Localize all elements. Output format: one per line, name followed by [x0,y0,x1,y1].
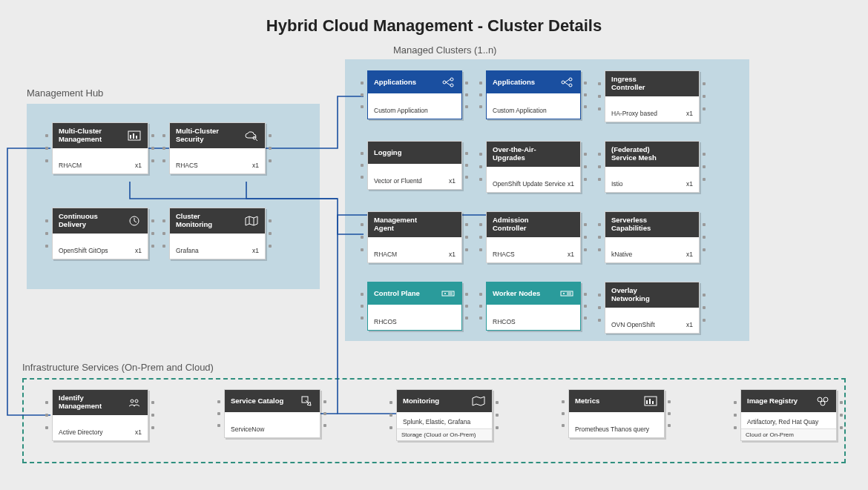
card-applications-1[interactable]: Applications Custom Application [367,70,462,119]
zone-label-infra: Infrastructure Services (On-Prem and Clo… [22,362,214,373]
svg-rect-33 [652,401,654,404]
card-serverless[interactable]: Serverless Capabilities kNative x1 [605,211,700,263]
svg-point-20 [444,293,446,294]
card-subtitle: OVN OpenShift [611,321,655,328]
card-title: (Federated) Service Mesh [611,146,671,162]
svg-point-28 [135,400,138,403]
dashboard-icon [643,395,658,407]
card-count: x1 [449,251,456,258]
card-title: Metrics [575,397,599,405]
svg-point-27 [131,400,134,403]
card-title: Control Plane [374,290,420,298]
card-image-registry[interactable]: Image Registry Artifactory, Red Hat Quay… [740,389,837,441]
card-subtitle: Custom Application [374,107,428,114]
card-subtitle: Active Directory [59,428,103,436]
card-title: Service Catalog [231,397,283,405]
card-footer: Cloud or On-Prem [741,428,836,440]
card-title: Management Agent [374,216,433,233]
card-subtitle: OpenShift Update Service [493,180,565,188]
card-subtitle: ServiceNow [231,426,264,433]
card-multi-cluster-security[interactable]: Multi-Cluster Security RHACS x1 [169,122,266,174]
card-subtitle: Vector or Fluentd [374,177,422,185]
card-title: Multi-Cluster Management [59,128,118,144]
card-ota-upgrades[interactable]: Over-the-Air-Upgrades OpenShift Update S… [486,141,581,193]
svg-line-12 [446,79,450,82]
zone-label-managed: Managed Clusters (1..n) [393,44,496,56]
svg-line-13 [446,82,450,85]
card-count: x1 [449,177,456,185]
registry-icon [815,395,830,407]
card-count: x1 [686,251,693,258]
card-subtitle: RHCOS [493,318,516,325]
svg-rect-3 [136,136,137,139]
clock-icon [127,215,142,227]
card-service-mesh[interactable]: (Federated) Service Mesh Istio x1 [605,141,700,193]
card-count: x1 [252,247,259,254]
card-title: Worker Nodes [493,290,540,298]
card-title: Applications [374,79,416,87]
card-count: x1 [568,180,574,188]
card-subtitle: Istio [611,180,623,188]
svg-point-24 [563,293,565,294]
card-continuous-delivery[interactable]: Continuous Delivery OpenShift GitOps x1 [52,208,148,259]
card-applications-2[interactable]: Applications Custom Application [486,70,581,119]
card-subtitle: HA-Proxy based [611,110,657,117]
card-ingress-controller[interactable]: Ingress Controller HA-Proxy based x1 [605,70,700,122]
map-icon [471,395,486,407]
touch-icon [299,395,314,407]
card-count: x1 [252,162,259,169]
cloud-search-icon [244,130,259,142]
card-control-plane[interactable]: Control Plane RHCOS [367,282,462,331]
card-title: Logging [374,149,401,157]
svg-point-10 [450,78,453,81]
card-count: x1 [135,428,142,436]
map-icon [244,215,259,227]
card-subtitle: OpenShift GitOps [59,247,108,254]
card-subtitle: RHCOS [374,318,397,325]
card-worker-nodes[interactable]: Worker Nodes RHCOS [486,282,581,331]
svg-point-9 [443,81,446,84]
card-title: Multi-Cluster Security [176,128,235,144]
card-title: Identify Management [59,394,118,411]
network-icon [441,76,456,88]
card-service-catalog[interactable]: Service Catalog ServiceNow [224,389,320,438]
svg-point-14 [562,81,565,84]
card-cluster-monitoring[interactable]: Cluster Monitoring Grafana x1 [169,208,266,259]
page-title: Hybrid Cloud Management - Cluster Detail… [0,16,868,36]
card-overlay-networking[interactable]: Overlay Networking OVN OpenShift x1 [605,282,700,334]
card-title: Applications [493,79,535,87]
card-title: Continuous Delivery [59,213,118,229]
card-multi-cluster-management[interactable]: Multi-Cluster Management RHACM x1 [52,122,148,174]
svg-point-15 [569,78,572,81]
card-title: Serverless Capabilities [611,216,671,233]
dashboard-icon [127,130,142,142]
card-subtitle: Grafana [176,247,199,254]
card-count: x1 [686,321,693,328]
card-title: Overlay Networking [611,287,671,303]
card-title: Admission Controller [493,216,552,233]
svg-rect-19 [442,291,454,296]
card-monitoring[interactable]: Monitoring Splunk, Elastic, Grafana Stor… [396,389,493,441]
svg-rect-31 [646,400,648,404]
card-count: x1 [135,247,142,254]
svg-rect-1 [130,135,131,139]
card-subtitle: RHACM [374,251,397,258]
card-subtitle: RHACS [493,251,515,258]
card-metrics[interactable]: Metrics Prometheus Thanos query [568,389,665,438]
card-identify-management[interactable]: Identify Management Active Directory x1 [52,389,148,441]
card-admission-controller[interactable]: Admission Controller RHACS x1 [486,211,581,263]
card-management-agent[interactable]: Management Agent RHACM x1 [367,211,462,263]
svg-rect-23 [561,291,573,296]
network-icon [559,76,574,88]
svg-line-5 [256,139,257,141]
svg-point-11 [450,84,453,87]
card-logging[interactable]: Logging Vector or Fluentd x1 [367,141,462,190]
card-title: Over-the-Air-Upgrades [493,146,552,162]
card-subtitle: kNative [611,251,632,258]
card-title: Ingress Controller [611,76,671,92]
card-count: x1 [686,180,693,188]
svg-line-17 [565,79,569,82]
server-icon [559,288,574,299]
card-title: Monitoring [403,397,439,405]
zone-label-hub: Management Hub [27,87,103,99]
